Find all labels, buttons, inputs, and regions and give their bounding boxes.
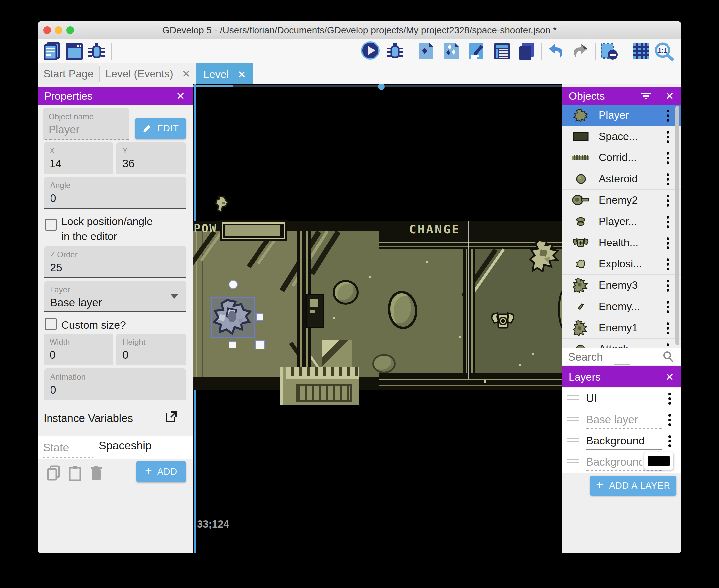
object-row-enemy3[interactable]: Enemy3: [562, 275, 681, 296]
lock-position-checkbox[interactable]: [45, 218, 57, 231]
object-name-field[interactable]: Object name Player: [43, 108, 129, 140]
project-manager-icon[interactable]: [43, 42, 62, 61]
drag-handle-icon[interactable]: [567, 459, 579, 466]
layer-menu-icon[interactable]: [668, 413, 672, 426]
object-menu-icon[interactable]: [666, 109, 670, 122]
instances-list-icon[interactable]: [517, 42, 536, 61]
object-menu-icon[interactable]: [666, 215, 670, 229]
drag-handle-icon[interactable]: [567, 417, 579, 423]
object-menu-icon[interactable]: [666, 300, 670, 314]
debris-sprite[interactable]: [214, 196, 230, 213]
resize-handle-right[interactable]: [256, 313, 263, 320]
object-menu-icon[interactable]: [666, 130, 670, 144]
y-field[interactable]: Y 36: [116, 142, 186, 174]
tab-label: Level (Events): [105, 68, 173, 80]
width-field[interactable]: Width 0: [44, 334, 113, 365]
debug-icon[interactable]: [385, 42, 405, 61]
lock-position-label: Lock position/angle in the editor: [61, 214, 158, 244]
object-menu-icon[interactable]: [666, 194, 670, 207]
objects-scrollbar[interactable]: [675, 106, 679, 345]
events-list-icon[interactable]: [492, 42, 512, 61]
layer-row-ui[interactable]: UI: [562, 388, 681, 409]
layer-row-background[interactable]: Background: [562, 430, 681, 452]
background-color-swatch[interactable]: [644, 453, 674, 470]
rotate-handle[interactable]: [229, 280, 237, 289]
layer-row-background-color[interactable]: Background: [562, 452, 681, 473]
close-icon[interactable]: ✕: [176, 90, 185, 102]
add-layer-button[interactable]: + ADD A LAYER: [590, 476, 676, 496]
object-row-corridor[interactable]: Corrid...: [562, 147, 681, 168]
drag-handle-icon[interactable]: [567, 395, 579, 402]
x-field[interactable]: X 14: [44, 142, 113, 174]
filter-icon[interactable]: [640, 92, 652, 100]
enemy3-sprite[interactable]: [529, 239, 559, 276]
redo-icon[interactable]: [572, 42, 591, 61]
layer-menu-icon[interactable]: [668, 392, 672, 405]
variable-name-field[interactable]: State: [43, 441, 93, 458]
object-menu-icon[interactable]: [666, 343, 670, 348]
search-input[interactable]: [568, 350, 658, 364]
debug-icon[interactable]: [87, 42, 106, 61]
object-row-explosion[interactable]: Explosi...: [562, 253, 681, 275]
object-row-attack[interactable]: Attack...: [562, 338, 681, 348]
animation-field[interactable]: Animation 0: [44, 369, 186, 400]
search-icon[interactable]: [662, 351, 674, 363]
object-menu-icon[interactable]: [666, 151, 670, 165]
object-row-asteroid[interactable]: Asteroid: [562, 168, 681, 190]
close-icon[interactable]: ✕: [665, 90, 674, 102]
object-row-enemy-bullet[interactable]: Enemy...: [562, 296, 681, 317]
object-row-space[interactable]: Space...: [562, 126, 681, 147]
add-object-icon[interactable]: [416, 42, 435, 61]
drag-handle-icon[interactable]: [567, 438, 579, 444]
tab-level[interactable]: Level ✕: [196, 63, 253, 86]
z-order-field[interactable]: Z Order 25: [44, 246, 186, 278]
height-field[interactable]: Height 0: [116, 334, 186, 365]
add-variable-button[interactable]: + ADD: [136, 461, 186, 482]
selected-instance-player[interactable]: [211, 297, 254, 338]
layer-menu-icon[interactable]: [668, 435, 672, 448]
resize-handle-corner[interactable]: [255, 340, 265, 350]
paste-icon[interactable]: [68, 465, 82, 481]
object-thumbnail: [577, 303, 584, 310]
preview-window-icon[interactable]: [65, 42, 84, 61]
health-pickup-sprite[interactable]: [491, 312, 514, 331]
resize-handle-bottom[interactable]: [229, 341, 236, 349]
title-bar: GDevelop 5 - /Users/florian/Documents/GD…: [38, 21, 681, 39]
layer-row-base-layer[interactable]: Base layer: [562, 409, 681, 430]
play-icon[interactable]: [361, 41, 380, 60]
close-tab-icon[interactable]: ✕: [237, 69, 246, 80]
object-row-player[interactable]: Player: [562, 105, 681, 126]
undo-icon[interactable]: [545, 42, 565, 61]
zoom-1-1-icon[interactable]: 1:1: [653, 42, 677, 61]
panel-resize-handle[interactable]: [614, 364, 630, 365]
mask-icon[interactable]: [599, 42, 619, 61]
layer-select[interactable]: Layer Base layer: [44, 281, 186, 312]
object-row-enemy1[interactable]: Enemy1: [562, 317, 681, 338]
copy-icon[interactable]: [46, 465, 61, 481]
close-tab-icon[interactable]: ✕: [182, 68, 190, 80]
tab-start-page[interactable]: Start Page: [38, 63, 99, 84]
variable-value-field[interactable]: Spaceship: [99, 439, 152, 458]
custom-size-checkbox[interactable]: [45, 318, 57, 330]
angle-field[interactable]: Angle 0: [44, 177, 186, 209]
horizontal-scroll-thumb[interactable]: [378, 84, 385, 90]
horizontal-scrollbar[interactable]: [193, 85, 562, 87]
edit-button[interactable]: EDIT: [135, 118, 186, 139]
object-row-health[interactable]: Health...: [562, 232, 681, 253]
tab-level-events[interactable]: Level (Events) ✕: [100, 63, 196, 84]
object-menu-icon[interactable]: [666, 321, 670, 335]
object-menu-icon[interactable]: [666, 173, 670, 186]
grid-icon[interactable]: [631, 42, 651, 61]
object-menu-icon[interactable]: [666, 236, 670, 250]
trash-icon[interactable]: [90, 465, 103, 481]
tab-label: Start Page: [43, 68, 93, 80]
object-row-player-bullet[interactable]: Player...: [562, 211, 681, 232]
object-menu-icon[interactable]: [666, 258, 670, 271]
scene-canvas[interactable]: POW CHANGE: [193, 84, 562, 553]
object-row-enemy2[interactable]: Enemy2: [562, 190, 681, 211]
edit-scene-icon[interactable]: [467, 42, 486, 61]
add-objects-icon[interactable]: [442, 42, 461, 61]
open-in-new-icon[interactable]: [166, 411, 177, 423]
object-menu-icon[interactable]: [666, 279, 670, 292]
close-icon[interactable]: ✕: [665, 371, 674, 383]
